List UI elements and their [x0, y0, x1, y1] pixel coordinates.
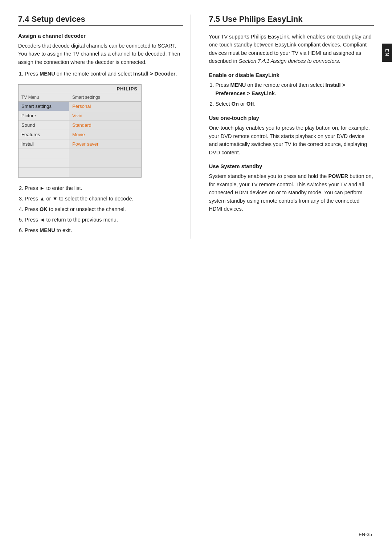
easylink-intro: Your TV supports Philips EasyLink, which…	[209, 33, 374, 65]
step-5: Press ◄ to return to the previous menu.	[25, 216, 183, 224]
step-2: Press ► to enter the list.	[25, 184, 183, 192]
menu-left-header: TV Menu	[19, 93, 69, 101]
step-3: Press ▲ or ▼ to select the channel to de…	[25, 195, 183, 203]
menu-right-item-0: Personal	[69, 102, 141, 111]
en-tab: EN	[382, 44, 392, 62]
easylink-step-2: Select On or Off.	[216, 100, 374, 108]
step-4: Press OK to select or unselect the chann…	[25, 205, 183, 214]
menu-left-item-2: Sound	[19, 121, 69, 130]
menu-items: Smart settings Picture Sound Features In…	[19, 102, 141, 177]
assign-channel-decoder-title: Assign a channel decoder	[18, 33, 183, 39]
right-section-heading: Use Philips EasyLink	[222, 15, 302, 24]
menu-left-item-7	[19, 168, 69, 177]
assign-decoder-steps-continued: Press ► to enter the list. Press ▲ or ▼ …	[25, 184, 183, 235]
easylink-intro-end: .	[339, 58, 340, 64]
one-touch-play-body: One-touch play enables you to press the …	[209, 124, 374, 157]
right-column: 7.5 Use Philips EasyLink Your TV support…	[205, 15, 374, 239]
menu-left-item-1: Picture	[19, 111, 69, 121]
left-section-heading: Setup devices	[32, 15, 85, 24]
menu-header: PHILIPS	[19, 85, 141, 93]
menu-right-item-4: Power saver	[69, 139, 141, 149]
easylink-step-1: Press MENU on the remote control then se…	[216, 81, 374, 98]
menu-right-header: Smart settings	[69, 93, 141, 101]
menu-left-col: Smart settings Picture Sound Features In…	[19, 102, 69, 177]
easylink-intro-italic: Section 7.4.1 Assign devices to connecto…	[239, 58, 339, 64]
left-column: 7.4 Setup devices Assign a channel decod…	[18, 15, 191, 239]
content-columns: 7.4 Setup devices Assign a channel decod…	[0, 0, 392, 253]
menu-right-item-3: Movie	[69, 130, 141, 139]
step-6: Press MENU to exit.	[25, 226, 183, 235]
step-1: Press MENU on the remote control and sel…	[25, 70, 183, 78]
menu-left-item-6	[19, 158, 69, 168]
menu-brand: PHILIPS	[117, 86, 138, 92]
menu-right-item-1: Vivid	[69, 111, 141, 121]
page-container: EN 7.4 Setup devices Assign a channel de…	[0, 0, 392, 548]
assign-decoder-body: Decoders that decode digital channels ca…	[18, 42, 183, 66]
menu-right-item-2: Standard	[69, 121, 141, 130]
page-number: EN-35	[359, 532, 372, 537]
left-section-title: 7.4 Setup devices	[18, 15, 183, 26]
system-standby-body: System standby enables you to press and …	[209, 172, 374, 213]
right-section-number: 7.5	[209, 15, 220, 24]
menu-screenshot: PHILIPS TV Menu Smart settings Smart set…	[18, 84, 142, 178]
enable-disable-steps: Press MENU on the remote control then se…	[216, 81, 374, 109]
left-section-number: 7.4	[18, 15, 29, 24]
assign-decoder-steps: Press MENU on the remote control and sel…	[25, 70, 183, 78]
system-standby-title: Use System standby	[209, 163, 374, 169]
menu-left-item-5	[19, 149, 69, 158]
menu-row-header: TV Menu Smart settings	[19, 93, 141, 102]
menu-right-item-6	[69, 158, 141, 168]
menu-right-item-7	[69, 168, 141, 177]
menu-right-col: Personal Vivid Standard Movie Power save…	[69, 102, 141, 177]
enable-disable-easylink-title: Enable or disable EasyLink	[209, 72, 374, 78]
menu-left-item-4: Install	[19, 139, 69, 149]
menu-left-item-3: Features	[19, 130, 69, 139]
right-section-title: 7.5 Use Philips EasyLink	[209, 15, 374, 26]
one-touch-play-title: Use one-touch play	[209, 115, 374, 121]
menu-left-item-0: Smart settings	[19, 102, 69, 111]
menu-right-item-5	[69, 149, 141, 158]
